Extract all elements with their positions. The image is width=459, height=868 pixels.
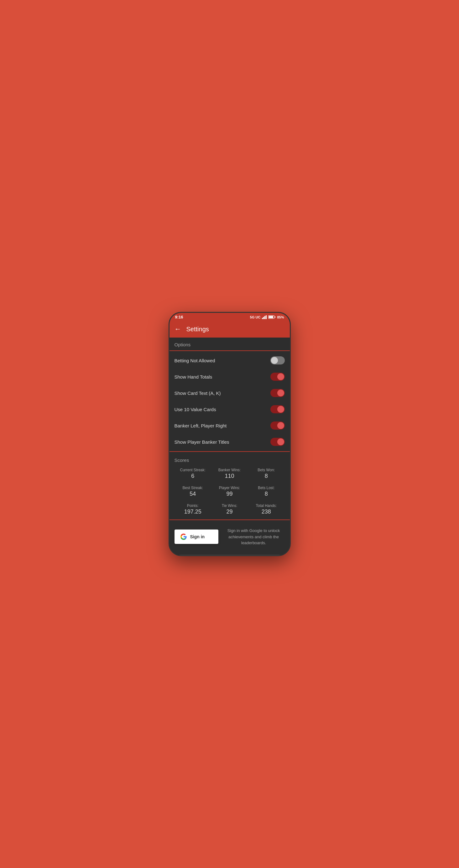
action-buttons-container: ACHIEVEMENTS LEADERBOARDS RARE CARDS PRA… bbox=[170, 552, 290, 556]
toggle-knob-0 bbox=[271, 357, 278, 364]
score-label-3: Best Streak: bbox=[176, 486, 210, 490]
signal-icon bbox=[262, 315, 267, 319]
google-signin-section: Sign in Sign in with Google to unlock ac… bbox=[170, 521, 290, 552]
scores-grid: Current Streak: 6 Banker Wins: 110 Bets … bbox=[174, 465, 285, 518]
toggle-show-card-text[interactable] bbox=[270, 389, 285, 397]
scores-section-header: Scores bbox=[170, 453, 290, 465]
score-value-3: 54 bbox=[190, 491, 196, 497]
toggle-knob-5 bbox=[277, 438, 284, 445]
google-logo-icon bbox=[180, 533, 187, 540]
score-cell-8: Total Hands: 238 bbox=[248, 500, 285, 518]
status-right: 5G UC 85% bbox=[250, 315, 284, 319]
score-value-6: 197.25 bbox=[184, 508, 201, 515]
options-bottom-divider bbox=[170, 451, 290, 452]
score-cell-5: Bets Lost: 8 bbox=[248, 483, 285, 500]
side-button-2 bbox=[290, 369, 291, 379]
score-cell-6: Points: 197.25 bbox=[174, 500, 211, 518]
status-time: 9:16 bbox=[175, 315, 183, 319]
option-label-0: Betting Not Allowed bbox=[174, 358, 215, 363]
scores-bottom-divider bbox=[170, 520, 290, 520]
score-label-2: Bets Won: bbox=[249, 468, 283, 472]
options-section-header: Options bbox=[170, 338, 290, 349]
battery-percent: 85% bbox=[277, 315, 284, 319]
score-value-1: 110 bbox=[225, 473, 234, 479]
settings-content: Options Betting Not Allowed Show Hand To… bbox=[170, 338, 290, 555]
option-row-0: Betting Not Allowed bbox=[170, 352, 290, 369]
score-value-2: 8 bbox=[265, 473, 268, 479]
back-button[interactable]: ← bbox=[174, 325, 181, 333]
toggle-knob-2 bbox=[277, 390, 284, 396]
score-cell-4: Player Wins: 99 bbox=[211, 483, 248, 500]
phone-device: 9:16 5G UC 85% ← bbox=[169, 312, 291, 556]
score-value-5: 8 bbox=[265, 491, 268, 497]
options-top-divider bbox=[170, 350, 290, 351]
toggle-betting-not-allowed[interactable] bbox=[270, 356, 285, 365]
toggle-banker-left-player-right[interactable] bbox=[270, 422, 285, 430]
scores-section: Scores Current Streak: 6 Banker Wins: 11… bbox=[170, 453, 290, 520]
achievements-button[interactable]: ACHIEVEMENTS bbox=[174, 555, 285, 556]
phone-screen: 9:16 5G UC 85% ← bbox=[170, 313, 290, 555]
score-label-6: Points: bbox=[176, 503, 210, 508]
toggle-show-player-banker-titles[interactable] bbox=[270, 438, 285, 446]
score-cell-2: Bets Won: 8 bbox=[248, 465, 285, 483]
header-bar: ← Settings bbox=[170, 321, 290, 338]
google-signin-description: Sign in with Google to unlock achievemen… bbox=[223, 528, 285, 546]
score-cell-0: Current Streak: 6 bbox=[174, 465, 211, 483]
score-label-5: Bets Lost: bbox=[249, 486, 283, 490]
scores-grid-container: Current Streak: 6 Banker Wins: 110 Bets … bbox=[170, 465, 290, 518]
option-row-2: Show Card Text (A, K) bbox=[170, 385, 290, 401]
option-label-1: Show Hand Totals bbox=[174, 374, 212, 379]
option-label-4: Banker Left, Player Right bbox=[174, 423, 227, 428]
score-label-8: Total Hands: bbox=[249, 503, 283, 508]
score-value-4: 99 bbox=[226, 491, 232, 497]
options-section: Options Betting Not Allowed Show Hand To… bbox=[170, 338, 290, 452]
score-label-0: Current Streak: bbox=[176, 468, 210, 472]
score-value-8: 238 bbox=[262, 508, 271, 515]
page-title: Settings bbox=[187, 326, 209, 333]
score-label-4: Player Wins: bbox=[212, 486, 247, 490]
option-row-4: Banker Left, Player Right bbox=[170, 417, 290, 434]
battery-icon bbox=[268, 315, 276, 319]
status-bar: 9:16 5G UC 85% bbox=[170, 313, 290, 321]
option-label-3: Use 10 Value Cards bbox=[174, 407, 216, 412]
score-value-7: 29 bbox=[226, 508, 232, 515]
toggle-use-10-value-cards[interactable] bbox=[270, 405, 285, 413]
toggle-knob-3 bbox=[277, 406, 284, 413]
toggle-show-hand-totals[interactable] bbox=[270, 373, 285, 381]
option-row-1: Show Hand Totals bbox=[170, 369, 290, 385]
score-label-1: Banker Wins: bbox=[212, 468, 247, 472]
score-cell-7: Tie Wins: 29 bbox=[211, 500, 248, 518]
score-label-7: Tie Wins: bbox=[212, 503, 247, 508]
toggle-knob-4 bbox=[277, 422, 284, 429]
google-signin-button[interactable]: Sign in bbox=[174, 529, 219, 544]
score-cell-3: Best Streak: 54 bbox=[174, 483, 211, 500]
option-label-2: Show Card Text (A, K) bbox=[174, 391, 221, 396]
side-button-1 bbox=[290, 350, 291, 366]
network-label: 5G UC bbox=[250, 315, 261, 319]
toggle-knob-1 bbox=[277, 373, 284, 380]
option-row-3: Use 10 Value Cards bbox=[170, 401, 290, 417]
option-row-5: Show Player Banker Titles bbox=[170, 434, 290, 450]
score-value-0: 6 bbox=[191, 473, 194, 479]
option-label-5: Show Player Banker Titles bbox=[174, 439, 229, 445]
score-cell-1: Banker Wins: 110 bbox=[211, 465, 248, 483]
google-signin-label: Sign in bbox=[190, 534, 205, 539]
